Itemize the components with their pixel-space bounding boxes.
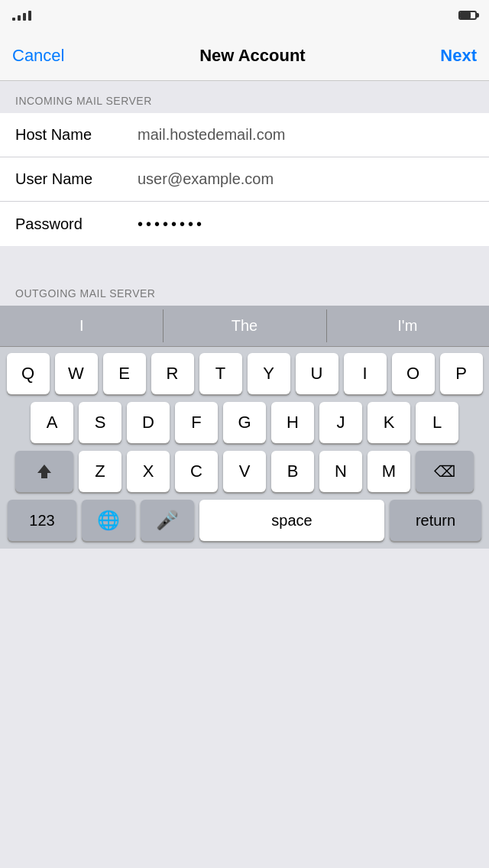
- key-i[interactable]: I: [344, 353, 387, 394]
- key-c[interactable]: C: [175, 451, 218, 492]
- autocomplete-bar: I The I'm: [0, 306, 489, 347]
- status-right: [458, 11, 477, 20]
- key-o[interactable]: O: [392, 353, 435, 394]
- numbers-key[interactable]: 123: [8, 500, 76, 541]
- key-g[interactable]: G: [223, 402, 266, 443]
- microphone-key[interactable]: 🎤: [141, 500, 194, 541]
- incoming-mail-server-header: INCOMING MAIL SERVER: [0, 81, 489, 113]
- key-t[interactable]: T: [199, 353, 242, 394]
- key-e[interactable]: E: [103, 353, 146, 394]
- cancel-button[interactable]: Cancel: [12, 46, 64, 66]
- keyboard-row-2: A S D F G H J K L: [4, 402, 485, 443]
- key-p[interactable]: P: [440, 353, 483, 394]
- key-y[interactable]: Y: [248, 353, 290, 394]
- password-label: Password: [15, 215, 138, 233]
- key-m[interactable]: M: [368, 451, 410, 492]
- key-a[interactable]: A: [31, 402, 73, 443]
- key-l[interactable]: L: [416, 402, 458, 443]
- key-s[interactable]: S: [79, 402, 121, 443]
- user-name-label: User Name: [15, 170, 138, 188]
- key-v[interactable]: V: [223, 451, 266, 492]
- host-name-value[interactable]: mail.hostedemail.com: [138, 126, 474, 144]
- key-x[interactable]: X: [127, 451, 170, 492]
- password-row[interactable]: Password ••••••••: [0, 202, 489, 246]
- key-n[interactable]: N: [319, 451, 362, 492]
- keyboard: Q W E R T Y U I O P A S D F G H J K L Z …: [0, 347, 489, 549]
- signal-icon: [12, 11, 31, 21]
- key-f[interactable]: F: [175, 402, 218, 443]
- key-z[interactable]: Z: [79, 451, 121, 492]
- nav-bar: Cancel New Account Next: [0, 31, 489, 81]
- svg-marker-0: [37, 465, 51, 478]
- host-name-row[interactable]: Host Name mail.hostedemail.com: [0, 113, 489, 157]
- shift-key[interactable]: [15, 451, 73, 492]
- key-d[interactable]: D: [127, 402, 170, 443]
- key-r[interactable]: R: [151, 353, 194, 394]
- autocomplete-item-1[interactable]: I: [0, 306, 163, 346]
- status-left: [12, 11, 31, 21]
- keyboard-row-3: Z X C V B N M ⌫: [4, 451, 485, 492]
- outgoing-mail-server-header: OUTGOING MAIL SERVER: [0, 274, 489, 306]
- key-w[interactable]: W: [55, 353, 98, 394]
- keyboard-row-1: Q W E R T Y U I O P: [4, 353, 485, 394]
- return-key[interactable]: return: [390, 500, 481, 541]
- key-b[interactable]: B: [271, 451, 314, 492]
- status-bar: [0, 0, 489, 31]
- space-key[interactable]: space: [199, 500, 384, 541]
- key-u[interactable]: U: [296, 353, 338, 394]
- keyboard-bottom-row: 123 🌐 🎤 space return: [4, 500, 485, 541]
- key-h[interactable]: H: [271, 402, 314, 443]
- key-j[interactable]: J: [319, 402, 362, 443]
- password-value[interactable]: ••••••••: [138, 215, 474, 233]
- page-title: New Account: [199, 46, 306, 66]
- delete-icon: ⌫: [434, 462, 455, 481]
- user-name-value[interactable]: user@example.com: [138, 170, 474, 188]
- globe-key[interactable]: 🌐: [82, 500, 135, 541]
- user-name-row[interactable]: User Name user@example.com: [0, 157, 489, 202]
- key-k[interactable]: K: [368, 402, 410, 443]
- autocomplete-item-3[interactable]: I'm: [326, 306, 489, 346]
- incoming-mail-server-section: Host Name mail.hostedemail.com User Name…: [0, 113, 489, 246]
- battery-icon: [458, 11, 477, 20]
- key-q[interactable]: Q: [7, 353, 50, 394]
- host-name-label: Host Name: [15, 126, 138, 144]
- delete-key[interactable]: ⌫: [416, 451, 474, 492]
- section-gap: [0, 246, 489, 274]
- next-button[interactable]: Next: [440, 46, 477, 66]
- autocomplete-item-2[interactable]: The: [163, 306, 325, 346]
